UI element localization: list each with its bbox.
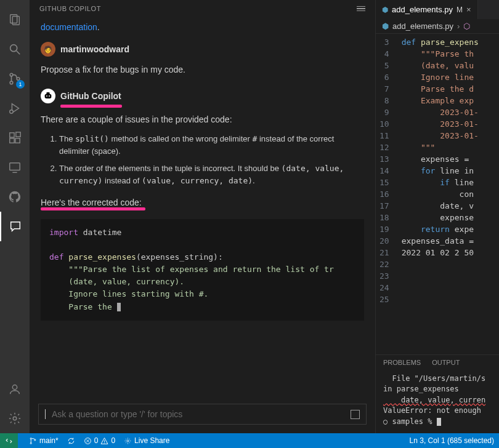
search-icon[interactable] [0, 34, 30, 64]
github-icon[interactable] [0, 182, 30, 212]
svg-point-4 [10, 73, 13, 76]
svg-point-21 [30, 438, 31, 439]
user-avatar: 🧑 [41, 42, 55, 57]
copilot-message: GitHub Copilot There are a couple of iss… [41, 89, 364, 320]
python-file-icon: ⬢ [382, 22, 389, 31]
crumb-file[interactable]: add_elements.py [392, 22, 453, 31]
code-block[interactable]: import datetime def parse_expenses(expen… [41, 219, 364, 321]
branch-indicator[interactable]: main* [29, 436, 59, 445]
remote-explorer-icon[interactable] [0, 153, 30, 182]
panel-tabs: PROBLEMS OUTPUT [376, 354, 499, 370]
copilot-intro: There are a couple of issues in the prov… [41, 113, 364, 126]
svg-point-22 [30, 442, 31, 444]
svg-rect-9 [10, 133, 14, 137]
svg-point-28 [105, 442, 105, 443]
user-text: Propose a fix for the bugs in my code. [41, 63, 364, 76]
chat-input[interactable] [38, 404, 367, 425]
svg-point-29 [127, 439, 129, 441]
code-editor[interactable]: 345678910111213141516171819202122232425 … [376, 34, 499, 354]
svg-point-16 [13, 417, 17, 420]
account-icon[interactable] [0, 374, 30, 404]
svg-rect-17 [45, 94, 52, 98]
svg-point-15 [12, 385, 17, 390]
explorer-icon[interactable] [0, 5, 30, 34]
chat-body[interactable]: documentation. 🧑 martinwoodward Propose … [30, 17, 375, 398]
svg-point-2 [10, 45, 17, 52]
editor-column: ⬢ add_elements.py M × ⬢ add_elements.py … [376, 0, 499, 433]
svg-rect-12 [16, 132, 20, 137]
issues-list: The split() method is called on the wron… [59, 133, 364, 188]
python-file-icon: ⬢ [382, 6, 388, 14]
svg-point-5 [10, 81, 13, 84]
cursor-position[interactable]: Ln 3, Col 1 (685 selected) [410, 436, 494, 445]
chat-text-input[interactable] [52, 409, 346, 419]
chevron-right-icon: › [457, 22, 460, 31]
chat-icon[interactable] [0, 212, 30, 241]
tab-output[interactable]: OUTPUT [432, 359, 460, 366]
close-icon[interactable]: × [466, 5, 471, 14]
remote-indicator[interactable] [0, 433, 18, 448]
symbol-icon: ⬡ [463, 22, 470, 31]
chat-input-row [30, 398, 375, 433]
svg-rect-20 [46, 92, 49, 94]
user-name: martinwoodward [60, 44, 129, 54]
svg-line-3 [17, 51, 20, 55]
live-share[interactable]: Live Share [124, 436, 169, 445]
breadcrumb[interactable]: ⬢ add_elements.py › ⬡ [376, 19, 499, 34]
doc-line: documentation. [41, 22, 364, 32]
copilot-panel: GITHUB COPILOT documentation. 🧑 martinwo… [30, 0, 376, 433]
highlight-marker [41, 207, 145, 210]
copilot-name: GitHub Copilot [60, 91, 121, 101]
svg-rect-10 [10, 138, 14, 143]
svg-point-18 [46, 95, 47, 97]
tab-row: ⬢ add_elements.py M × [376, 0, 499, 19]
svg-rect-11 [15, 138, 20, 143]
tab-filename: add_elements.py [392, 5, 453, 14]
debug-icon[interactable] [0, 94, 30, 123]
documentation-link[interactable]: documentation [41, 22, 97, 32]
sync-indicator[interactable] [67, 437, 75, 445]
copilot-header: GITHUB COPILOT [30, 0, 375, 17]
user-message: 🧑 martinwoodward Propose a fix for the b… [41, 42, 364, 76]
code-lines[interactable]: def parse_expens """Parse th (date, valu… [396, 34, 499, 354]
stop-icon[interactable] [351, 410, 360, 419]
svg-point-19 [49, 95, 50, 97]
terminal[interactable]: File "/Users/martin/s in parse_expenses … [376, 370, 499, 433]
status-bar: main* 0 0 Live Share Ln 3, Col 1 (685 se… [0, 433, 499, 448]
tab-modified-badge: M [456, 6, 463, 14]
source-control-icon[interactable]: 1 [0, 64, 30, 94]
copilot-avatar-icon [41, 89, 55, 103]
svg-point-8 [10, 110, 14, 114]
editor-tab[interactable]: ⬢ add_elements.py M × [376, 0, 478, 19]
line-gutter: 345678910111213141516171819202122232425 [376, 34, 396, 354]
svg-point-23 [34, 439, 36, 440]
panel-menu-icon[interactable] [357, 6, 365, 12]
extensions-icon[interactable] [0, 123, 30, 153]
tab-problems[interactable]: PROBLEMS [383, 359, 421, 366]
copilot-title: GITHUB COPILOT [39, 5, 101, 12]
issue-item: The split() method is called on the wron… [59, 133, 364, 158]
scm-badge: 1 [16, 80, 25, 89]
problems-indicator[interactable]: 0 0 [84, 436, 115, 445]
svg-rect-13 [10, 163, 20, 170]
issue-item: The order of the elements in the tuple i… [59, 162, 364, 187]
settings-gear-icon[interactable] [0, 404, 30, 433]
activity-bar: 1 [0, 0, 30, 433]
highlight-marker [60, 105, 122, 108]
